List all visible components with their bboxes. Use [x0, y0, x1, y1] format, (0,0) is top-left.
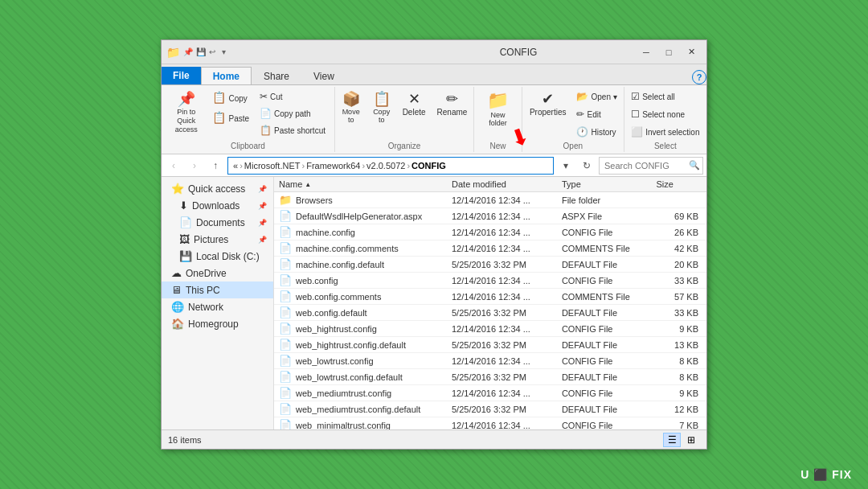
search-input[interactable] [599, 157, 703, 175]
sidebar-item-homegroup[interactable]: 🏠 Homegroup [162, 315, 273, 332]
sidebar-item-downloads[interactable]: ⬇ Downloads 📌 [162, 197, 273, 214]
col-header-name[interactable]: Name ▲ [274, 179, 447, 189]
sidebar-item-onedrive[interactable]: ☁ OneDrive [162, 265, 273, 281]
properties-button[interactable]: ✔ Properties [525, 88, 571, 120]
table-row[interactable]: 📄 web_mediumtrust.config 12/14/2016 12:3… [274, 385, 706, 401]
file-name: web_mediumtrust.config [296, 388, 391, 398]
pin-label: Pin to Quickaccess [171, 108, 201, 134]
path-root: « [233, 161, 238, 171]
tab-file[interactable]: File [162, 67, 201, 84]
select-none-icon: ☐ [631, 109, 640, 120]
select-none-button[interactable]: ☐ Select none [627, 106, 703, 122]
download-icon: ⬇ [179, 199, 188, 212]
onedrive-label: OneDrive [186, 268, 227, 279]
new-folder-button[interactable]: 📁 Newfolder [482, 88, 514, 130]
table-row[interactable]: 📄 web.config.comments 12/14/2016 12:34 .… [274, 289, 706, 305]
table-row[interactable]: 📄 machine.config 12/14/2016 12:34 ... CO… [274, 224, 706, 240]
address-path[interactable]: « › Microsoft.NET › Framework64 › v2.0.5… [227, 157, 554, 175]
move-to-button[interactable]: 📦 Moveto [337, 88, 366, 127]
tab-home[interactable]: Home [201, 67, 252, 84]
table-row[interactable]: 📄 web_minimaltrust.config 12/14/2016 12:… [274, 417, 706, 429]
paste-shortcut-button[interactable]: 📋 Paste shortcut [256, 122, 330, 138]
file-size: 20 KB [651, 259, 706, 270]
copy-path-label: Copy path [274, 109, 311, 118]
forward-button[interactable]: › [186, 157, 203, 175]
file-area: Name ▲ Date modified Type Size 📁 Browser… [274, 177, 706, 429]
cut-button[interactable]: ✂ Cut [256, 88, 330, 105]
table-row[interactable]: 📄 web.config.default 5/25/2016 3:32 PM D… [274, 305, 706, 321]
file-type: DEFAULT File [557, 372, 651, 383]
file-list-header: Name ▲ Date modified Type Size [274, 177, 706, 192]
history-button[interactable]: 🕐 History [572, 124, 620, 140]
file-size: 26 KB [651, 227, 706, 238]
file-type: COMMENTS File [557, 291, 651, 302]
file-name: web_lowtrust.config [296, 356, 374, 366]
pin-to-quick-access-button[interactable]: 📌 Pin to Quickaccess [166, 88, 206, 137]
file-icon: 📄 [279, 323, 292, 335]
file-size [651, 199, 706, 201]
rename-button[interactable]: ✏ Rename [432, 88, 473, 120]
delete-button[interactable]: ✕ Delete [398, 88, 431, 120]
file-date: 12/14/2016 12:34 ... [447, 195, 557, 206]
col-header-size[interactable]: Size [651, 179, 706, 189]
file-icon: 📄 [279, 274, 292, 286]
table-row[interactable]: 📄 web_lowtrust.config.default 5/25/2016 … [274, 369, 706, 385]
table-row[interactable]: 📄 web_mediumtrust.config.default 5/25/20… [274, 401, 706, 417]
file-date: 5/25/2016 3:32 PM [447, 307, 557, 318]
table-row[interactable]: 📄 web_hightrust.config.default 5/25/2016… [274, 337, 706, 353]
quick-access-icon: 📌 [183, 47, 193, 56]
path-net: Microsoft.NET [244, 161, 301, 171]
minimize-button[interactable]: ─ [636, 44, 657, 60]
table-row[interactable]: 📄 DefaultWsdlHelpGenerator.aspx 12/14/20… [274, 208, 706, 224]
sidebar-item-quick-access[interactable]: ⭐ Quick access 📌 [162, 180, 273, 197]
open-button[interactable]: 📂 Open ▾ [572, 88, 620, 105]
sidebar-item-pictures[interactable]: 🖼 Pictures 📌 [162, 231, 273, 248]
file-size: 69 KB [651, 211, 706, 222]
sidebar-item-this-pc[interactable]: 🖥 This PC [162, 281, 273, 298]
status-item-count: 16 items [168, 435, 660, 445]
copy-path-button[interactable]: 📄 Copy path [256, 105, 330, 121]
refresh-button[interactable]: ↻ [578, 157, 596, 175]
file-name: machine.config.comments [296, 244, 399, 253]
col-header-type[interactable]: Type [557, 179, 651, 189]
details-view-button[interactable]: ☰ [663, 433, 681, 447]
table-row[interactable]: 📄 machine.config.default 5/25/2016 3:32 … [274, 257, 706, 273]
file-icon: 📄 [279, 306, 292, 318]
table-row[interactable]: 📄 web.config 12/14/2016 12:34 ... CONFIG… [274, 273, 706, 289]
close-button[interactable]: ✕ [681, 44, 702, 60]
table-row[interactable]: 📄 machine.config.comments 12/14/2016 12:… [274, 240, 706, 257]
file-date: 12/14/2016 12:34 ... [447, 227, 557, 238]
table-row[interactable]: 📄 web_hightrust.config 12/14/2016 12:34 … [274, 321, 706, 337]
save-icon: 💾 [196, 47, 206, 56]
sidebar-item-local-disk[interactable]: 💾 Local Disk (C:) [162, 248, 273, 265]
paste-button[interactable]: 📋 Paste [207, 109, 254, 128]
file-name: web.config.default [296, 308, 367, 318]
tab-view[interactable]: View [301, 67, 346, 84]
table-row[interactable]: 📁 Browsers 12/14/2016 12:34 ... File fol… [274, 192, 706, 208]
dropdown-path-button[interactable]: ▾ [557, 157, 575, 175]
col-header-date[interactable]: Date modified [447, 179, 557, 189]
copy-button[interactable]: 📋 Copy [207, 88, 254, 108]
large-icons-view-button[interactable]: ⊞ [682, 433, 700, 447]
downloads-label: Downloads [192, 200, 240, 212]
this-pc-label: This PC [186, 285, 220, 296]
open-icon: 📂 [576, 91, 588, 102]
file-date: 5/25/2016 3:32 PM [447, 259, 557, 270]
onedrive-icon: ☁ [171, 267, 182, 279]
dropdown-icon[interactable]: ▾ [222, 47, 226, 56]
statusbar: 16 items ☰ ⊞ [162, 429, 706, 449]
copy-to-button[interactable]: 📋 Copyto [367, 88, 396, 127]
table-row[interactable]: 📄 web_lowtrust.config 12/14/2016 12:34 .… [274, 353, 706, 369]
sidebar-item-documents[interactable]: 📄 Documents 📌 [162, 214, 273, 231]
file-type: CONFIG File [557, 323, 651, 335]
tab-share[interactable]: Share [252, 67, 301, 84]
sidebar-item-network[interactable]: 🌐 Network [162, 298, 273, 315]
main-area: ⭐ Quick access 📌 ⬇ Downloads 📌 📄 Documen… [162, 177, 706, 429]
up-button[interactable]: ↑ [207, 157, 224, 175]
back-button[interactable]: ‹ [165, 157, 182, 175]
select-all-button[interactable]: ☑ Select all [627, 88, 703, 105]
invert-selection-button[interactable]: ⬜ Invert selection [627, 124, 703, 140]
help-button[interactable]: ? [692, 70, 706, 84]
edit-button[interactable]: ✏ Edit [572, 106, 620, 122]
maximize-button[interactable]: □ [658, 44, 679, 60]
